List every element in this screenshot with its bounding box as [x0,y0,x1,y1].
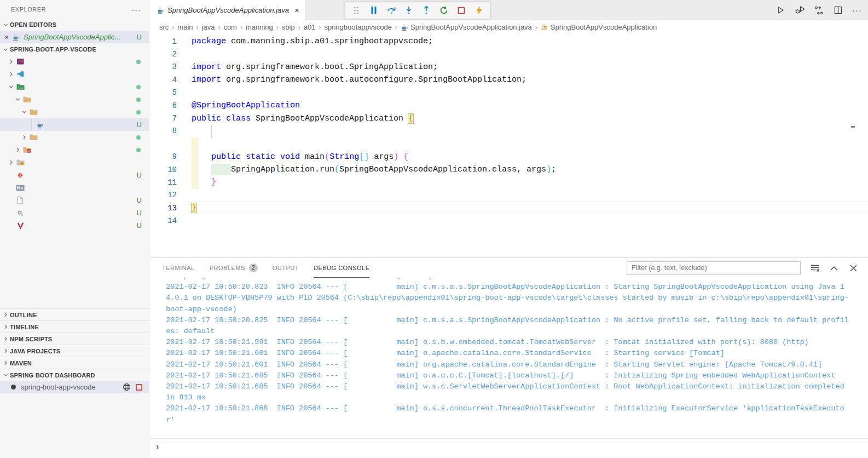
code-line[interactable]: 6@SpringBootApplication [150,99,868,112]
code-line[interactable]: 7public class SpringBootAppVscodeApplica… [150,112,868,124]
file-icon [15,196,25,204]
tree-item[interactable]: U [0,194,149,207]
breadcrumb-item[interactable]: sbip [282,23,295,31]
code-line[interactable]: 13} [150,202,868,214]
debug-run-icon[interactable] [794,5,805,16]
breadcrumb-item[interactable]: java [202,23,215,31]
chevron-right-icon[interactable] [20,134,28,141]
chevron-down-icon[interactable] [13,96,22,103]
chevron-down-icon [1,45,10,53]
drag-handle-icon[interactable] [348,2,365,18]
hot-code-replace-icon[interactable] [470,2,488,18]
debug-console-input[interactable]: › [150,438,868,454]
code-line[interactable]: 11 } [150,176,868,188]
chevron-right-icon[interactable] [7,159,15,166]
tree-item[interactable] [0,68,149,81]
console-filter-input[interactable] [627,261,801,275]
folder-icon [28,134,38,141]
code-line[interactable]: 9 public static void main(String[] args)… [150,151,868,163]
line-number: 10 [150,165,192,174]
dashboard-app-item[interactable]: spring-boot-app-vscode [0,381,149,393]
tree-item[interactable] [0,55,149,68]
explorer-more-actions-icon[interactable]: ··· [131,5,141,14]
tree-item[interactable]: U [0,169,149,181]
breadcrumb-item[interactable]: a01 [304,23,316,31]
breadcrumb-item[interactable]: SpringBootAppVscodeApplication.java [401,23,532,31]
vscode-window: EXPLORER ··· OPEN EDITORS × SpringBootAp… [0,0,868,458]
chevron-right-icon[interactable] [7,58,15,65]
panel-tab-output[interactable]: OUTPUT [273,258,299,278]
tree-item[interactable] [0,144,149,156]
code-line[interactable]: 3import org.springframework.boot.SpringA… [150,61,868,73]
sidebar-section-maven[interactable]: MAVEN [0,357,149,369]
close-icon[interactable]: × [2,33,11,42]
clear-console-icon[interactable] [810,263,820,273]
code-line[interactable]: 1package com.manning.sbip.a01.springboot… [150,35,868,48]
breadcrumb-item[interactable]: main [177,23,193,31]
open-editors-section-header[interactable]: OPEN EDITORS [0,19,149,31]
code-line[interactable]: 5 [150,87,868,99]
chevron-right-icon[interactable] [7,71,15,78]
step-over-icon[interactable] [383,2,400,18]
breadcrumb-item[interactable]: src [159,23,169,31]
bottom-panel: TERMINALPROBLEMS2OUTPUTDEBUG CONSOLE :: … [150,257,868,458]
tree-item[interactable] [0,131,149,144]
tree-item[interactable] [0,93,149,106]
breadcrumb-item[interactable]: springbootappvscode [324,23,392,31]
tree-item[interactable] [0,156,149,169]
chevron-down-icon[interactable] [7,83,15,90]
tree-item[interactable]: U [0,219,149,232]
code-line[interactable]: 10 SpringApplication.run(SpringBootAppVs… [150,163,868,176]
running-app-icon [11,385,16,390]
breadcrumb-item[interactable]: SpringBootAppVscodeApplication [541,23,657,31]
panel-header: TERMINALPROBLEMS2OUTPUTDEBUG CONSOLE [150,258,868,278]
tree-item[interactable] [0,181,149,194]
chevron-right-icon [1,359,10,367]
panel-tab-problems[interactable]: PROBLEMS2 [210,258,258,278]
tree-item[interactable] [0,81,149,93]
editor-tab[interactable]: SpringBootAppVscodeApplication.java × [150,0,305,20]
sidebar-section-npm-scripts[interactable]: NPM SCRIPTS [0,333,149,345]
sidebar-section-outline[interactable]: OUTLINE [0,308,149,320]
maximize-panel-icon[interactable] [829,263,839,273]
log-line: 2021-02-17 10:50:21.601 INFO 20564 --- [… [166,359,868,370]
open-editor-item[interactable]: × SpringBootAppVscodeApplic... U [0,31,149,43]
code-line[interactable]: 8 [150,125,868,138]
globe-icon[interactable] [123,383,131,391]
git-status-badge: U [137,196,142,204]
split-editor-icon[interactable] [832,5,843,16]
code-line[interactable]: 4import org.springframework.boot.autocon… [150,73,868,86]
spring-boot-dashboard-header[interactable]: SPRING BOOT DASHBOARD [0,369,149,381]
more-actions-icon[interactable]: ··· [852,5,863,16]
tree-item[interactable] [0,106,149,118]
step-into-icon[interactable] [400,2,418,18]
step-out-icon[interactable] [418,2,435,18]
current-line-highlight [184,202,868,214]
close-panel-icon[interactable] [848,263,858,273]
stop-icon[interactable] [453,2,470,18]
close-icon[interactable]: × [294,5,299,15]
breadcrumb-separator: › [196,24,199,31]
project-section-header[interactable]: SPRING-BOOT-APP-VSCODE [0,43,149,55]
breadcrumb-item[interactable]: manning [246,23,273,31]
code-line[interactable]: 12 [150,189,868,202]
chevron-right-icon[interactable] [13,146,22,153]
panel-tab-debug-console[interactable]: DEBUG CONSOLE [314,258,369,278]
pause-icon[interactable] [365,2,383,18]
tree-item[interactable]: U [0,207,149,219]
breadcrumb-item[interactable]: com [223,23,237,31]
code-line[interactable]: 14 [150,214,868,227]
sidebar-section-java-projects[interactable]: JAVA PROJECTS [0,345,149,357]
chevron-down-icon[interactable] [20,108,28,116]
stop-app-icon[interactable] [136,384,142,391]
git-icon [15,171,25,179]
open-changes-icon[interactable] [813,5,824,16]
breadcrumb-separator: › [298,24,300,31]
sidebar-section-timeline[interactable]: TIMELINE [0,320,149,333]
tree-item[interactable]: U [0,118,149,131]
code-line[interactable]: 2 [150,48,868,60]
run-icon[interactable] [775,5,786,16]
panel-tab-terminal[interactable]: TERMINAL [162,258,195,278]
code-editor[interactable]: 1package com.manning.sbip.a01.springboot… [150,34,868,257]
restart-icon[interactable] [435,2,453,18]
